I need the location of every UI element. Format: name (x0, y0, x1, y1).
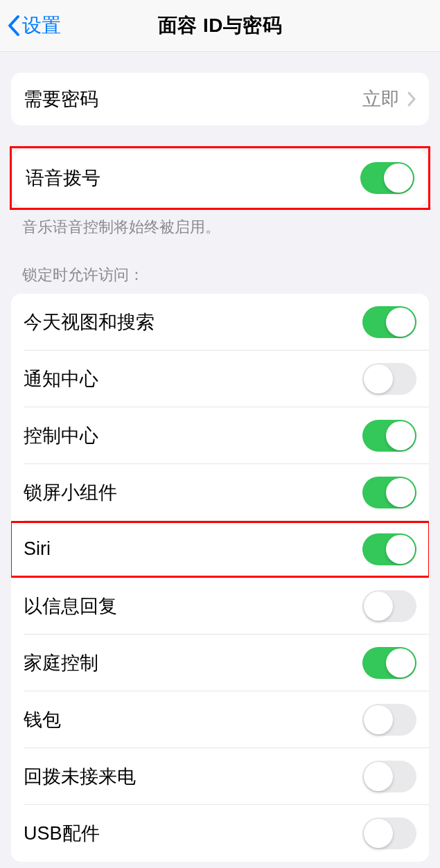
content-area: 需要密码 立即 语音拨号 音乐语音控制将始终被启用。 锁定时允许访问： 今天 (0, 73, 440, 868)
lock-access-row: USB配件 (11, 805, 429, 862)
lock-access-row: 家庭控制 (11, 635, 429, 691)
voice-dial-row: 语音拨号 (13, 150, 427, 206)
lock-access-label: Siri (24, 538, 51, 560)
lock-access-toggle[interactable] (362, 477, 416, 508)
toggle-knob (364, 819, 393, 848)
lock-access-toggle[interactable] (362, 306, 416, 338)
back-label: 设置 (22, 12, 61, 39)
require-passcode-row[interactable]: 需要密码 立即 (11, 73, 429, 125)
toggle-knob (386, 421, 415, 450)
toggle-knob (386, 648, 415, 677)
voice-dial-group-highlight: 语音拨号 (10, 146, 430, 210)
toggle-knob (364, 592, 393, 621)
siri-row-highlight: Siri (11, 521, 429, 578)
lock-access-toggle[interactable] (362, 647, 416, 679)
lock-access-label: 控制中心 (24, 423, 98, 448)
lock-access-row: 控制中心 (11, 407, 429, 464)
require-passcode-label: 需要密码 (24, 87, 98, 112)
chevron-right-icon (407, 91, 416, 107)
lock-access-toggle[interactable] (362, 420, 416, 452)
toggle-knob (386, 535, 415, 564)
toggle-knob (364, 364, 393, 393)
lock-access-label: 今天视图和搜索 (24, 310, 155, 335)
lock-access-row: 今天视图和搜索 (11, 294, 429, 351)
lock-access-toggle[interactable] (362, 761, 416, 792)
lock-access-row: 通知中心 (11, 351, 429, 407)
page-title: 面容 ID与密码 (158, 12, 283, 39)
voice-dial-toggle[interactable] (360, 162, 414, 194)
lock-access-toggle[interactable] (362, 363, 416, 395)
lock-access-row: Siri (11, 521, 429, 578)
chevron-left-icon (7, 14, 21, 37)
lock-access-header: 锁定时允许访问： (0, 265, 440, 291)
voice-dial-group: 语音拨号 (13, 150, 427, 206)
header-bar: 设置 面容 ID与密码 (0, 0, 440, 52)
lock-access-row: 锁屏小组件 (11, 464, 429, 521)
voice-dial-footer: 音乐语音控制将始终被启用。 (0, 210, 440, 238)
voice-dial-label: 语音拨号 (26, 166, 100, 191)
toggle-knob (364, 705, 393, 734)
lock-access-row: 以信息回复 (11, 578, 429, 635)
toggle-knob (386, 308, 415, 337)
lock-access-toggle[interactable] (362, 590, 416, 622)
lock-access-label: USB配件 (24, 821, 100, 846)
back-button[interactable]: 设置 (0, 12, 61, 39)
lock-access-label: 锁屏小组件 (24, 480, 117, 505)
toggle-knob (386, 478, 415, 507)
toggle-knob (364, 762, 393, 791)
lock-access-group: 今天视图和搜索通知中心控制中心锁屏小组件Siri以信息回复家庭控制钱包回拨未接来… (11, 294, 429, 862)
lock-access-label: 以信息回复 (24, 594, 117, 619)
lock-access-label: 回拨未接来电 (24, 764, 136, 789)
lock-access-toggle[interactable] (362, 817, 416, 849)
lock-access-toggle[interactable] (362, 533, 416, 565)
toggle-knob (384, 163, 413, 193)
lock-access-toggle[interactable] (362, 704, 416, 736)
lock-access-row: 钱包 (11, 691, 429, 748)
require-passcode-group: 需要密码 立即 (11, 73, 429, 125)
require-passcode-detail: 立即 (362, 87, 416, 112)
lock-access-row: 回拨未接来电 (11, 748, 429, 805)
lock-access-footer: iPhone锁定超过一小时后，需先解锁iPhone才能允许USB配件连接。 (0, 862, 440, 868)
lock-access-label: 钱包 (24, 707, 61, 732)
require-passcode-value: 立即 (362, 87, 400, 112)
lock-access-label: 通知中心 (24, 366, 98, 391)
lock-access-label: 家庭控制 (24, 650, 98, 675)
